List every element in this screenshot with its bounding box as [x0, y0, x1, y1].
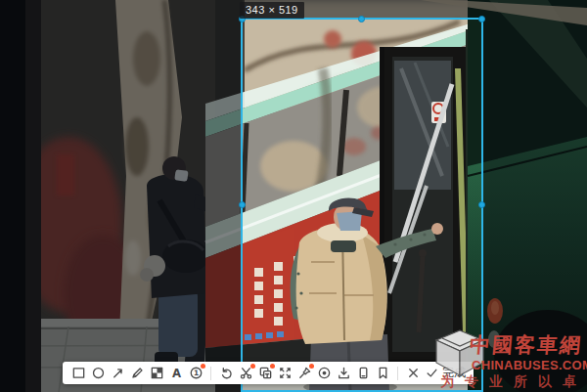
mosaic-tool-button[interactable] [148, 365, 165, 382]
smart-select-icon [278, 366, 293, 380]
arrow-tool-icon [111, 366, 125, 380]
undo-button[interactable] [217, 365, 235, 382]
toolbar-separator [397, 367, 398, 380]
selection-handle-top-middle[interactable] [358, 16, 365, 22]
send-to-phone-button[interactable] [354, 365, 372, 382]
ellipse-tool-icon [91, 366, 106, 380]
annotation-toolbar: A1完成 [63, 362, 474, 384]
cancel-button[interactable] [404, 365, 422, 382]
bookmark-icon [376, 366, 390, 380]
confirm-icon [425, 366, 439, 380]
rectangle-tool-icon [71, 366, 86, 380]
capture-selection-region[interactable] [241, 18, 483, 392]
step-number-tool-button[interactable]: 1 [187, 365, 204, 382]
extract-text-button[interactable] [256, 365, 274, 382]
record-icon [317, 366, 332, 380]
record-button[interactable] [315, 365, 333, 382]
selection-handle-middle-left[interactable] [239, 201, 246, 208]
mosaic-tool-icon [150, 366, 164, 380]
ellipse-tool-button[interactable] [89, 365, 107, 382]
arrow-tool-button[interactable] [109, 365, 126, 382]
pin-button[interactable] [295, 365, 313, 382]
new-feature-badge [309, 364, 314, 369]
selection-handle-middle-right[interactable] [478, 201, 485, 208]
save-button[interactable] [335, 365, 352, 382]
send-to-phone-icon [356, 366, 371, 380]
confirm-label: 完成 [442, 365, 466, 381]
toolbar-separator [210, 367, 211, 380]
new-feature-badge [270, 364, 275, 369]
scissors-button[interactable] [237, 365, 254, 382]
screenshot-capture-overlay: 343 × 519 A1完成 中國客車網 CHINABUSES.COM 为专业所… [0, 0, 587, 392]
selection-size-label: 343 × 519 [240, 2, 304, 19]
text-tool-button[interactable]: A [167, 365, 185, 382]
cancel-icon [406, 366, 421, 380]
svg-text:A: A [171, 367, 180, 380]
svg-text:1: 1 [194, 369, 199, 377]
bookmark-button[interactable] [374, 365, 391, 382]
confirm-button[interactable]: 完成 [424, 365, 467, 382]
save-icon [337, 366, 351, 380]
rectangle-tool-button[interactable] [69, 365, 87, 382]
undo-icon [219, 366, 234, 380]
selection-handle-top-right[interactable] [478, 16, 485, 22]
new-feature-badge [250, 364, 255, 369]
smart-select-button[interactable] [276, 365, 294, 382]
pen-tool-icon [130, 366, 145, 380]
text-tool-icon: A [169, 366, 184, 380]
new-feature-badge [201, 364, 205, 369]
pen-tool-button[interactable] [128, 365, 146, 382]
